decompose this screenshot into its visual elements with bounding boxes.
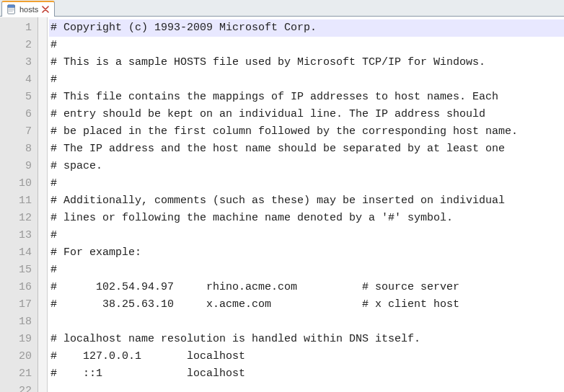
code-line[interactable]: # entry should be kept on an individual …: [49, 106, 564, 123]
code-line[interactable]: # This file contains the mappings of IP …: [49, 89, 564, 106]
line-number: 2: [0, 37, 32, 54]
line-number: 21: [0, 365, 32, 383]
margin-line: [38, 69, 47, 86]
code-line[interactable]: #: [49, 262, 564, 279]
line-number: 19: [0, 331, 32, 348]
line-number: 18: [0, 313, 32, 331]
line-number: 1: [0, 19, 32, 37]
code-line[interactable]: [49, 313, 564, 331]
text-editor[interactable]: 12345678910111213141516171819202122 # Co…: [0, 17, 564, 392]
margin-line: [38, 104, 47, 121]
code-line[interactable]: #: [49, 227, 564, 244]
code-line[interactable]: # localhost name resolution is handled w…: [49, 331, 564, 348]
margin-line: [38, 294, 47, 311]
code-area[interactable]: # Copyright (c) 1993-2009 Microsoft Corp…: [48, 17, 564, 392]
file-tab-hosts[interactable]: hosts: [1, 1, 55, 17]
line-number-gutter: 12345678910111213141516171819202122: [0, 17, 38, 392]
margin-line: [38, 190, 47, 208]
code-line[interactable]: # lines or following the machine name de…: [49, 210, 564, 227]
code-line[interactable]: # space.: [49, 158, 564, 175]
line-number: 3: [0, 54, 32, 71]
margin-line: [38, 138, 47, 156]
margin-line: [38, 17, 47, 35]
margin-line: [38, 225, 47, 242]
tab-label: hosts: [19, 5, 38, 14]
margin-line: [38, 208, 47, 225]
code-line[interactable]: #: [49, 71, 564, 89]
line-number: 8: [0, 141, 32, 158]
line-number: 10: [0, 175, 32, 192]
margin-line: [38, 259, 47, 277]
editor-window: hosts 1234567891011121314151617181920212…: [0, 0, 564, 392]
line-number: 20: [0, 348, 32, 365]
margin-line: [38, 52, 47, 69]
svg-rect-1: [8, 5, 15, 8]
line-number: 5: [0, 89, 32, 106]
code-line[interactable]: # 102.54.94.97 rhino.acme.com # source s…: [49, 279, 564, 296]
code-line[interactable]: # 38.25.63.10 x.acme.com # x client host: [49, 296, 564, 313]
line-number: 14: [0, 244, 32, 262]
code-line[interactable]: # be placed in the first column followed…: [49, 123, 564, 141]
line-number: 16: [0, 279, 32, 296]
line-number: 9: [0, 158, 32, 175]
line-number: 12: [0, 210, 32, 227]
margin-line: [38, 121, 47, 138]
line-number: 15: [0, 262, 32, 279]
line-number: 22: [0, 383, 32, 392]
line-number: 6: [0, 106, 32, 123]
line-number: 11: [0, 192, 32, 210]
line-number: 4: [0, 71, 32, 89]
margin-line: [38, 380, 47, 392]
margin-line: [38, 156, 47, 173]
code-line[interactable]: # The IP address and the host name shoul…: [49, 141, 564, 158]
code-line[interactable]: # Additionally, comments (such as these)…: [49, 192, 564, 210]
code-line[interactable]: # For example:: [49, 244, 564, 262]
tab-bar: hosts: [0, 0, 564, 17]
margin-line: [38, 86, 47, 104]
code-line[interactable]: #: [49, 37, 564, 54]
margin-line: [38, 329, 47, 346]
margin-line: [38, 311, 47, 329]
code-line[interactable]: #: [49, 175, 564, 192]
line-number: 13: [0, 227, 32, 244]
margin-line: [38, 277, 47, 294]
margin-line: [38, 363, 47, 380]
margin-line: [38, 242, 47, 259]
code-line[interactable]: # 127.0.0.1 localhost: [49, 348, 564, 365]
fold-margin: [38, 17, 48, 392]
margin-line: [38, 35, 47, 52]
margin-line: [38, 173, 47, 190]
file-icon: [6, 4, 17, 14]
close-icon[interactable]: [41, 5, 50, 14]
code-line[interactable]: [49, 383, 564, 392]
code-line[interactable]: # ::1 localhost: [49, 365, 564, 383]
line-number: 7: [0, 123, 32, 141]
line-number: 17: [0, 296, 32, 313]
code-line[interactable]: # This is a sample HOSTS file used by Mi…: [49, 54, 564, 71]
code-line[interactable]: # Copyright (c) 1993-2009 Microsoft Corp…: [49, 19, 564, 37]
margin-line: [38, 346, 47, 363]
